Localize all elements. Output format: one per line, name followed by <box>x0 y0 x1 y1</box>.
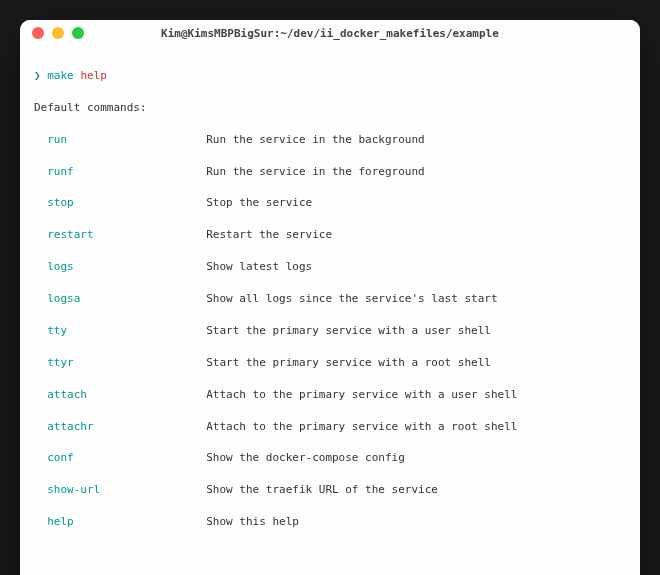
help-row: runRun the service in the background <box>34 132 626 148</box>
prompt-line-1: ❯ make help <box>34 68 626 84</box>
terminal-content[interactable]: ❯ make help Default commands: runRun the… <box>20 46 640 575</box>
help-cmd-name: attach <box>34 387 206 403</box>
help-cmd-name: show-url <box>34 482 206 498</box>
help-row: restartRestart the service <box>34 227 626 243</box>
help-cmd-desc: Show this help <box>206 515 299 528</box>
help-row: show-urlShow the traefik URL of the serv… <box>34 482 626 498</box>
help-cmd-desc: Start the primary service with a user sh… <box>206 324 491 337</box>
help-cmd-desc: Run the service in the foreground <box>206 165 425 178</box>
help-cmd-name: help <box>34 514 206 530</box>
help-cmd-name: conf <box>34 450 206 466</box>
help-cmd-desc: Run the service in the background <box>206 133 425 146</box>
help-cmd-desc: Restart the service <box>206 228 332 241</box>
help-cmd-name: run <box>34 132 206 148</box>
help-cmd-name: tty <box>34 323 206 339</box>
help-row: ttyrStart the primary service with a roo… <box>34 355 626 371</box>
help-cmd-desc: Show latest logs <box>206 260 312 273</box>
terminal-window: Kim@KimsMBPBigSur:~/dev/ii_docker_makefi… <box>20 20 640 575</box>
help-cmd-name: restart <box>34 227 206 243</box>
prompt-marker: ❯ <box>34 69 41 82</box>
help-cmd-name: logsa <box>34 291 206 307</box>
help-cmd-desc: Show the traefik URL of the service <box>206 483 438 496</box>
help-cmd-desc: Show all logs since the service's last s… <box>206 292 497 305</box>
cmd-make: make <box>47 69 74 82</box>
close-icon[interactable] <box>32 27 44 39</box>
help-cmd-desc: Start the primary service with a root sh… <box>206 356 491 369</box>
titlebar: Kim@KimsMBPBigSur:~/dev/ii_docker_makefi… <box>20 20 640 46</box>
cmd-arg-help: help <box>80 69 107 82</box>
help-row: confShow the docker-compose config <box>34 450 626 466</box>
help-default-list: runRun the service in the background run… <box>34 132 626 546</box>
help-cmd-desc: Attach to the primary service with a use… <box>206 388 517 401</box>
window-title: Kim@KimsMBPBigSur:~/dev/ii_docker_makefi… <box>20 27 640 40</box>
help-cmd-name: logs <box>34 259 206 275</box>
help-cmd-name: runf <box>34 164 206 180</box>
help-cmd-desc: Attach to the primary service with a roo… <box>206 420 517 433</box>
help-row: ttyStart the primary service with a user… <box>34 323 626 339</box>
minimize-icon[interactable] <box>52 27 64 39</box>
help-row: logsShow latest logs <box>34 259 626 275</box>
help-row: attachAttach to the primary service with… <box>34 387 626 403</box>
help-row: stopStop the service <box>34 195 626 211</box>
traffic-lights <box>32 27 84 39</box>
help-cmd-name: ttyr <box>34 355 206 371</box>
help-row: helpShow this help <box>34 514 626 530</box>
help-row: logsaShow all logs since the service's l… <box>34 291 626 307</box>
blank <box>34 562 626 575</box>
help-cmd-name: attachr <box>34 419 206 435</box>
zoom-icon[interactable] <box>72 27 84 39</box>
help-row: attachrAttach to the primary service wit… <box>34 419 626 435</box>
help-header: Default commands: <box>34 100 626 116</box>
help-cmd-name: stop <box>34 195 206 211</box>
help-cmd-desc: Show the docker-compose config <box>206 451 405 464</box>
help-cmd-desc: Stop the service <box>206 196 312 209</box>
help-row: runfRun the service in the foreground <box>34 164 626 180</box>
